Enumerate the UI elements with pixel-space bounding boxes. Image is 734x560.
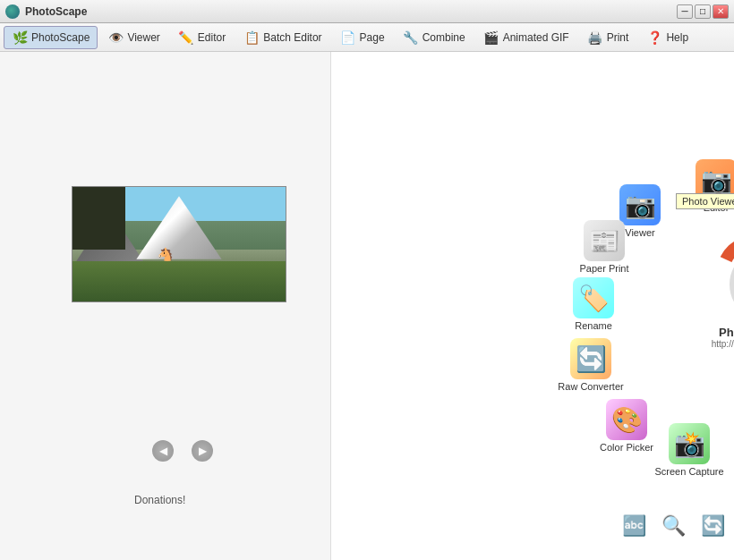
photo-preview[interactable]: 🐴	[72, 186, 286, 302]
paper-print-icon-img: 📰	[584, 220, 625, 261]
logo-url: http://www.photoscape.org/	[707, 339, 734, 349]
viewer-tooltip: Photo Viewer Screen	[676, 193, 734, 209]
paper-print-icon-label: Paper Print	[579, 263, 628, 274]
menu-editor[interactable]: ✏️ Editor	[170, 26, 234, 49]
page-icon: 📄	[340, 30, 356, 46]
batch-editor-icon: 📋	[243, 30, 260, 46]
mountain-dark	[73, 187, 286, 250]
close-button[interactable]: ✕	[713, 4, 729, 19]
menu-page[interactable]: 📄 Page	[332, 26, 393, 49]
menu-help[interactable]: ❓ Help	[638, 26, 696, 49]
viewer-icon: 👁️	[107, 30, 124, 46]
icon-splitter[interactable]: ✂️ Splitter	[725, 423, 734, 477]
icon-color-picker[interactable]: 🎨 Color Picker	[595, 399, 658, 453]
menu-photoscape[interactable]: 🌿 PhotoScape	[4, 26, 98, 49]
rename-icon-img: 🏷️	[573, 277, 614, 318]
donations-text: Donations!	[134, 494, 185, 506]
menu-bar: 🌿 PhotoScape 👁️ Viewer ✏️ Editor 📋 Batch…	[0, 23, 734, 52]
menu-combine-label: Combine	[422, 31, 465, 44]
horse-figure: 🐴	[158, 247, 173, 261]
left-panel: 🐴 ◀ ▶ Donations!	[0, 52, 331, 560]
grass-field	[73, 261, 286, 301]
minimize-button[interactable]: ─	[677, 4, 693, 19]
right-panel: Photo Viewer Screen PhotoScape v3.7 http…	[331, 52, 734, 560]
nav-left-button[interactable]: ◀	[152, 440, 174, 462]
bottom-tool-2[interactable]: 🔍	[657, 510, 689, 542]
menu-editor-label: Editor	[198, 31, 226, 44]
color-picker-icon-label: Color Picker	[600, 442, 653, 453]
menu-print-label: Print	[607, 31, 629, 44]
bottom-tools: 🔤 🔍 🔄 🎯 ✈️	[618, 510, 734, 542]
mountain-image: 🐴	[73, 187, 286, 301]
menu-viewer[interactable]: 👁️ Viewer	[99, 26, 167, 49]
photoscape-icon: 🌿	[12, 30, 28, 46]
menu-print[interactable]: 🖨️ Print	[579, 26, 637, 49]
menu-batch-editor-label: Batch Editor	[263, 31, 321, 44]
bottom-tool-3[interactable]: 🔄	[696, 510, 729, 542]
menu-viewer-label: Viewer	[127, 31, 159, 44]
menu-help-label: Help	[666, 31, 688, 44]
logo-segment	[707, 226, 734, 318]
window-title: PhotoScape	[25, 5, 87, 18]
menu-page-label: Page	[360, 31, 385, 44]
title-bar: PhotoScape ─ □ ✕	[0, 0, 734, 23]
screen-capture-icon-img: 📸	[669, 423, 710, 464]
nav-arrows: ◀ ▶	[152, 440, 213, 462]
window-controls: ─ □ ✕	[677, 4, 729, 19]
menu-photoscape-label: PhotoScape	[31, 31, 90, 44]
combine-icon: 🔧	[403, 30, 419, 46]
logo-circle	[730, 249, 734, 320]
rename-icon-label: Rename	[575, 320, 612, 331]
editor-icon: ✏️	[178, 30, 194, 46]
bottom-tool-1[interactable]: 🔤	[618, 510, 650, 542]
print-icon: 🖨️	[587, 30, 603, 46]
screen-capture-icon-label: Screen Capture	[654, 466, 723, 477]
center-logo: PhotoScape v3.7 http://www.photoscape.or…	[707, 249, 734, 349]
menu-batch-editor[interactable]: 📋 Batch Editor	[235, 26, 329, 49]
menu-combine[interactable]: 🔧 Combine	[395, 26, 474, 49]
nav-right-button[interactable]: ▶	[192, 440, 213, 462]
menu-animated-gif[interactable]: 🎬 Animated GIF	[475, 26, 577, 49]
animated-gif-icon: 🎬	[483, 30, 499, 46]
raw-converter-icon-img: 🔄	[570, 338, 611, 379]
logo-title: PhotoScape v3.7	[707, 326, 734, 339]
app-icon	[5, 4, 20, 19]
icon-paper-print[interactable]: 📰 Paper Print	[573, 220, 636, 274]
help-icon: ❓	[646, 30, 662, 46]
raw-converter-icon-label: Raw Converter	[558, 381, 623, 392]
main-content: 🐴 ◀ ▶ Donations! Photo Viewer Screen Pho…	[0, 52, 734, 560]
menu-animated-gif-label: Animated GIF	[503, 31, 569, 44]
maximize-button[interactable]: □	[695, 4, 711, 19]
icon-raw-converter[interactable]: 🔄 Raw Converter	[559, 338, 622, 392]
icon-rename[interactable]: 🏷️ Rename	[562, 277, 625, 331]
color-picker-icon-img: 🎨	[606, 399, 647, 440]
icon-screen-capture[interactable]: 📸 Screen Capture	[658, 423, 721, 477]
